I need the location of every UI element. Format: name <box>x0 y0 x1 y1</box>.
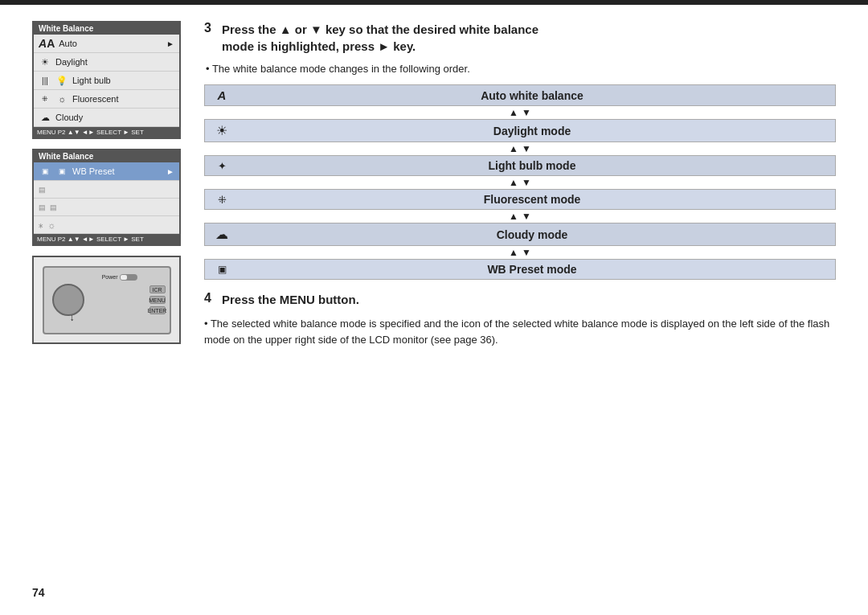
menu2-bottom-text: MENU P2 ▲▼ ◄► SELECT ► SET <box>37 236 144 243</box>
power-knob <box>121 275 127 280</box>
menu1-item-cloudy: ☁ Cloudy <box>34 109 179 127</box>
cloudy-mode-label: Cloudy mode <box>237 228 827 241</box>
arrow-indicator: ↓ <box>70 312 75 323</box>
right-column: 3 Press the ▲ or ▼ key so that the desir… <box>204 21 836 347</box>
mode-bar-fluorescent: ⁜ Fluorescent mode <box>204 189 836 210</box>
arrow-down-3: ▼ <box>522 177 531 188</box>
left-column: White Balance A A Auto ► ☀ Daylight ||| … <box>32 21 185 347</box>
menu2-bottom: MENU P2 ▲▼ ◄► SELECT ► SET <box>34 234 179 244</box>
arrows-fluorescent: ▲ ▼ <box>204 210 836 223</box>
camera-diagram: Power ICR MENU ENTER ↓ <box>32 256 181 344</box>
icon-A-normal: A <box>47 37 55 50</box>
menu1-item-lightbulb: ||| 💡 Light bulb <box>34 72 179 90</box>
step4-title: Press the MENU button. <box>222 291 359 308</box>
camera-body: Power ICR MENU ENTER ↓ <box>43 266 171 334</box>
arrow-up-4: ▲ <box>509 211 518 222</box>
daylight-mode-icon: ☀ <box>213 123 231 138</box>
menu2-row3-sun: ⁎ <box>39 219 43 230</box>
enter-button: ENTER <box>149 306 166 314</box>
wbpreset-mode-label: WB Preset mode <box>237 263 827 276</box>
arrow-up-5: ▲ <box>509 247 518 258</box>
mode-bar-cloudy: ☁ Cloudy mode <box>204 223 836 246</box>
arrow-down-4: ▼ <box>522 211 531 222</box>
fluorescent-icon2: ☼ <box>55 92 68 105</box>
camera-side-panel: ICR MENU ENTER <box>149 268 166 333</box>
menu1-title-text: White Balance <box>39 24 93 33</box>
camera-menu-2: White Balance ▣ ▣ WB Preset ► ▤ ▤ ▤ ⁎ ☼ <box>32 149 181 246</box>
menu2-row-1: ▤ <box>34 181 179 199</box>
wbpreset-icon: ▣ <box>39 165 51 178</box>
fluorescent-mode-icon: ⁜ <box>213 194 231 206</box>
menu1-item-fluorescent: ⁜ ☼ Fluorescent <box>34 90 179 109</box>
wbpreset-mode-icon: ▣ <box>213 264 231 275</box>
mode-bar-auto: A Auto white balance <box>204 84 836 106</box>
step3-header: 3 Press the ▲ or ▼ key so that the desir… <box>204 21 836 55</box>
menu2-title-text: White Balance <box>39 152 93 161</box>
menu1-lightbulb-label: Light bulb <box>72 76 174 85</box>
cloudy-mode-icon: ☁ <box>213 227 231 242</box>
step3-bullet: • The white balance mode changes in the … <box>206 63 836 75</box>
menu2-row3-sun2: ☼ <box>47 220 55 230</box>
icon-A-italic: A <box>39 37 47 50</box>
wbpreset-icon2: ▣ <box>55 165 68 178</box>
arrows-auto: ▲ ▼ <box>204 106 836 119</box>
arrow-up-2: ▲ <box>509 143 518 154</box>
auto-wb-label: Auto white balance <box>237 89 827 102</box>
menu1-fluorescent-label: Fluorescent <box>72 94 174 104</box>
step3-number: 3 <box>204 21 219 35</box>
menu2-row2-lines: ▤ <box>39 203 46 211</box>
arrow-down-5: ▼ <box>522 247 531 258</box>
menu1-bottom: MENU P2 ▲▼ ◄► SELECT ► SET <box>34 127 179 137</box>
step4-section: 4 Press the MENU button. • The selected … <box>204 291 836 347</box>
menu2-row-3: ⁎ ☼ <box>34 216 179 234</box>
menu1-auto-arrow: ► <box>166 39 174 48</box>
ici-button: ICR <box>149 285 166 293</box>
arrow-down-1: ▼ <box>522 107 531 118</box>
menu1-item-auto-label: Auto <box>59 39 162 48</box>
arrows-cloudy: ▲ ▼ <box>204 246 836 259</box>
lightbulb-mode-icon: ✦ <box>213 160 231 172</box>
arrow-down-2: ▼ <box>522 143 531 154</box>
mode-sequence: A Auto white balance ▲ ▼ ☀ Daylight mode… <box>204 84 836 280</box>
cloudy-icon: ☁ <box>39 111 51 124</box>
menu1-daylight-label: Daylight <box>55 57 174 67</box>
daylight-icon: ☀ <box>39 55 51 68</box>
fluorescent-mode-label: Fluorescent mode <box>237 193 827 206</box>
menu2-row-2: ▤ ▤ <box>34 199 179 216</box>
menu2-wbpreset-label: WB Preset <box>72 166 162 176</box>
daylight-mode-label: Daylight mode <box>237 125 827 137</box>
menu2-item-wbpreset: ▣ ▣ WB Preset ► <box>34 162 179 181</box>
menu2-row1-lines: ▤ <box>39 186 46 194</box>
lightbulb-mode-label: Light bulb mode <box>237 159 827 172</box>
menu1-title: White Balance <box>34 23 179 35</box>
auto-wb-icon: A <box>213 88 231 102</box>
step4-number: 4 <box>204 291 219 305</box>
menu2-title: White Balance <box>34 150 179 162</box>
step4-body: • The selected white balance mode is spe… <box>204 316 836 347</box>
lightbulb-icon2: 💡 <box>55 74 68 87</box>
menu2-wbpreset-arrow: ► <box>166 167 174 176</box>
mode-bar-wbpreset: ▣ WB Preset mode <box>204 259 836 280</box>
power-track <box>120 274 137 281</box>
menu1-item-auto: A A Auto ► <box>34 35 179 53</box>
mode-bar-lightbulb: ✦ Light bulb mode <box>204 155 836 176</box>
menu2-row2-lines2: ▤ <box>50 203 57 211</box>
mode-bar-daylight: ☀ Daylight mode <box>204 119 836 142</box>
step3-title: Press the ▲ or ▼ key so that the desired… <box>222 21 538 55</box>
fluorescent-icon: ⁜ <box>39 92 51 105</box>
menu1-bottom-text: MENU P2 ▲▼ ◄► SELECT ► SET <box>37 129 144 136</box>
arrows-lightbulb: ▲ ▼ <box>204 176 836 189</box>
menu-button: MENU <box>149 296 166 304</box>
camera-menu-1: White Balance A A Auto ► ☀ Daylight ||| … <box>32 21 181 139</box>
step4-bullet: • The selected white balance mode is spe… <box>204 318 829 346</box>
arrow-up-3: ▲ <box>509 177 518 188</box>
page-number: 74 <box>32 586 45 599</box>
camera-lens <box>52 284 84 316</box>
power-text: Power <box>102 274 118 280</box>
power-slider: Power <box>102 274 137 281</box>
arrows-daylight: ▲ ▼ <box>204 142 836 155</box>
lightbulb-icon: ||| <box>39 74 51 87</box>
menu1-cloudy-label: Cloudy <box>55 113 174 122</box>
menu1-item-daylight: ☀ Daylight <box>34 53 179 72</box>
arrow-up-1: ▲ <box>509 107 518 118</box>
